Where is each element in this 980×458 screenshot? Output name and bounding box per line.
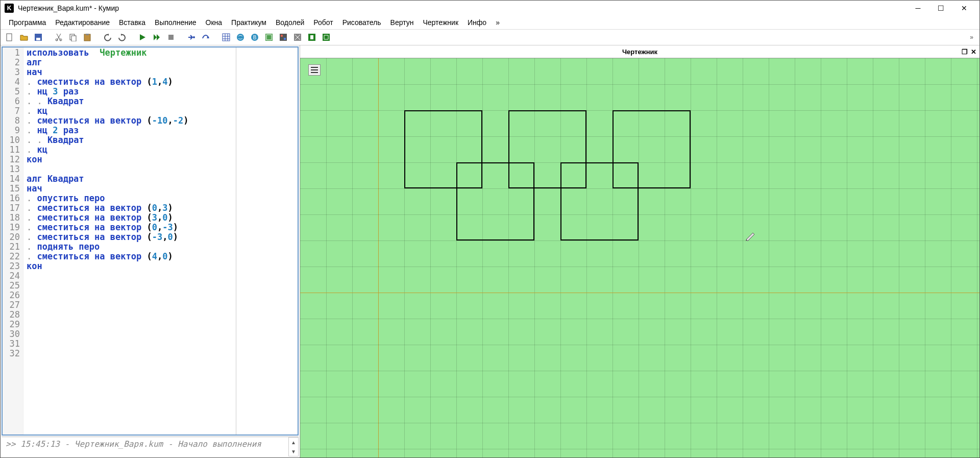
practicum-icon[interactable]	[234, 31, 247, 43]
grid-icon[interactable]	[220, 31, 232, 43]
settings-icon[interactable]	[291, 31, 304, 43]
svg-point-10	[193, 36, 195, 38]
svg-point-12	[237, 34, 244, 41]
svg-rect-18	[281, 35, 283, 37]
open-icon[interactable]	[18, 31, 30, 43]
code-line[interactable]	[27, 281, 188, 291]
code-line[interactable]	[27, 349, 188, 358]
titlebar: K Чертежник_Варя.kum* - Кумир ─ ☐ ✕	[1, 1, 979, 16]
output-console[interactable]: >> 15:45:13 - Чертежник_Варя.kum - Начал…	[2, 437, 299, 457]
draw-icon[interactable]	[277, 31, 289, 43]
code-line[interactable]	[27, 320, 188, 329]
code-line[interactable]	[27, 310, 188, 320]
svg-rect-11	[223, 34, 230, 41]
menu-Вертун[interactable]: Вертун	[386, 17, 418, 28]
step_in-icon[interactable]	[185, 31, 198, 43]
code-line[interactable]: . сместиться на вектор (0,-3)	[27, 223, 188, 232]
svg-rect-19	[284, 38, 286, 40]
code-line[interactable]: . кц	[27, 106, 188, 116]
cut-icon[interactable]	[53, 31, 65, 43]
menu-Окна[interactable]: Окна	[202, 17, 227, 28]
svg-rect-0	[7, 34, 12, 41]
new-icon[interactable]	[4, 31, 16, 43]
menu-Вставка[interactable]: Вставка	[115, 17, 150, 28]
svg-rect-2	[36, 38, 40, 40]
code-line[interactable]: нач	[27, 184, 188, 194]
toolbar-overflow-icon[interactable]: »	[967, 34, 976, 41]
drawn-square	[560, 162, 639, 240]
code-line[interactable]	[27, 271, 188, 281]
code-line[interactable]: использовать Чертежник	[27, 48, 188, 58]
code-line[interactable]: . сместиться на вектор (1,4)	[27, 77, 188, 87]
maximize-button[interactable]: ☐	[929, 1, 952, 16]
code-line[interactable]: . сместиться на вектор (-3,0)	[27, 232, 188, 242]
code-line[interactable]	[27, 339, 188, 349]
console-scroll-up-icon[interactable]: ▲	[289, 438, 298, 447]
code-line[interactable]: . нц 3 раз	[27, 87, 188, 97]
code-editor[interactable]: 1234567891011121314151617181920212223242…	[3, 47, 236, 435]
canvas-menu-button[interactable]	[308, 64, 321, 76]
menu-»[interactable]: »	[492, 17, 504, 28]
minimize-button[interactable]: ─	[906, 1, 929, 16]
code-line[interactable]: . сместиться на вектор (3,0)	[27, 213, 188, 223]
pane-close-icon[interactable]: ✕	[971, 48, 976, 56]
code-line[interactable]: . . Квадрат	[27, 97, 188, 106]
code-line[interactable]: кон	[27, 261, 188, 271]
code-line[interactable]: . сместиться на вектор (4,0)	[27, 252, 188, 261]
editor-side-panel	[236, 47, 298, 435]
menu-Редактирование[interactable]: Редактирование	[51, 17, 114, 28]
vodoley-icon[interactable]: B	[249, 31, 261, 43]
code-line[interactable]: нач	[27, 67, 188, 77]
canvas-pane-label: Чертежник	[622, 48, 657, 56]
step_over-icon[interactable]	[200, 31, 212, 43]
menu-Рисователь[interactable]: Рисователь	[338, 17, 385, 28]
menu-Программа[interactable]: Программа	[5, 17, 50, 28]
save-icon[interactable]	[32, 31, 44, 43]
code-line[interactable]: алг	[27, 58, 188, 67]
actor2-icon[interactable]	[320, 31, 332, 43]
svg-rect-6	[71, 36, 76, 41]
code-line[interactable]: . нц 2 раз	[27, 126, 188, 135]
app-icon: K	[5, 4, 14, 13]
code-line[interactable]	[27, 300, 188, 310]
copy-icon[interactable]	[67, 31, 79, 43]
menu-Робот[interactable]: Робот	[309, 17, 337, 28]
paste-icon[interactable]	[81, 31, 93, 43]
step-icon[interactable]	[151, 31, 163, 43]
stop-icon[interactable]	[165, 31, 177, 43]
window-title: Чертежник_Варя.kum* - Кумир	[18, 4, 119, 12]
code-line[interactable]: кон	[27, 155, 188, 164]
menubar: ПрограммаРедактированиеВставкаВыполнение…	[1, 16, 979, 30]
svg-rect-22	[310, 35, 313, 39]
close-button[interactable]: ✕	[952, 1, 975, 16]
console-scroll-down-icon[interactable]: ▼	[289, 447, 298, 456]
code-line[interactable]: . сместиться на вектор (0,3)	[27, 203, 188, 213]
menu-Практикум[interactable]: Практикум	[227, 17, 271, 28]
svg-rect-8	[86, 34, 89, 35]
menu-Водолей[interactable]: Водолей	[272, 17, 308, 28]
code-line[interactable]	[27, 329, 188, 339]
svg-text:B: B	[253, 35, 257, 40]
drawn-square	[456, 162, 534, 240]
code-line[interactable]	[27, 164, 188, 174]
drawing-canvas[interactable]	[300, 58, 979, 457]
menu-Инфо[interactable]: Инфо	[463, 17, 491, 28]
actor1-icon[interactable]	[306, 31, 318, 43]
svg-rect-9	[168, 35, 174, 40]
play-icon[interactable]	[136, 31, 149, 43]
robot-icon[interactable]	[263, 31, 275, 43]
line-gutter: 1234567891011121314151617181920212223242…	[3, 47, 23, 435]
code-line[interactable]: . . Квадрат	[27, 135, 188, 145]
code-line[interactable]: . сместиться на вектор (-10,-2)	[27, 116, 188, 126]
code-line[interactable]: алг Квадрат	[27, 174, 188, 184]
pane-maximize-icon[interactable]: ❐	[962, 48, 968, 56]
redo-icon[interactable]	[116, 31, 128, 43]
code-line[interactable]	[27, 291, 188, 300]
pen-cursor-icon	[745, 230, 756, 241]
menu-Выполнение[interactable]: Выполнение	[151, 17, 200, 28]
undo-icon[interactable]	[102, 31, 114, 43]
code-line[interactable]: . кц	[27, 145, 188, 155]
code-line[interactable]: . опустить перо	[27, 194, 188, 203]
code-line[interactable]: . поднять перо	[27, 242, 188, 252]
menu-Чертежник[interactable]: Чертежник	[419, 17, 462, 28]
